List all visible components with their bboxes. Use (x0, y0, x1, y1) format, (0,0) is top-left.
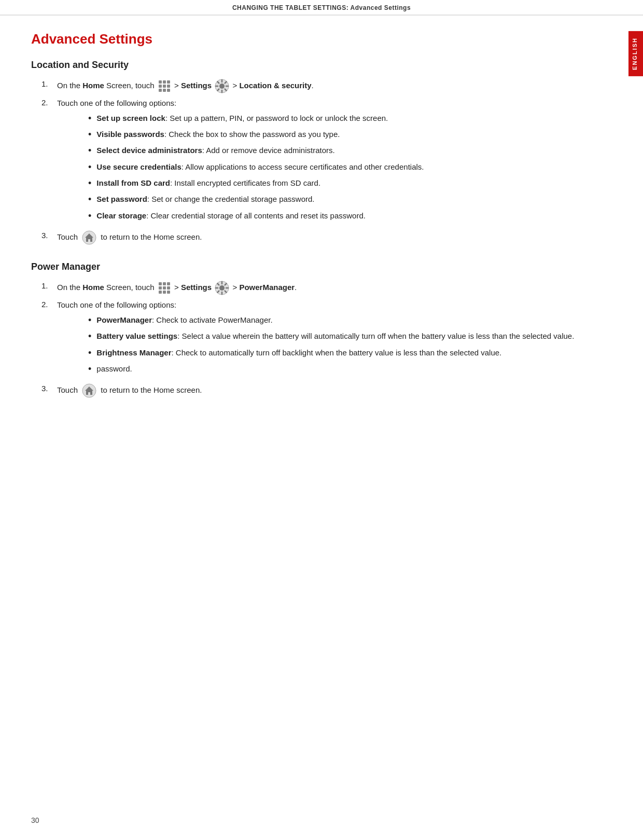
svg-rect-7 (163, 89, 166, 92)
svg-rect-16 (159, 286, 162, 290)
location-steps-list: 1. On the Home Screen, touch (31, 79, 581, 245)
step-num-2: 2. (41, 98, 53, 107)
svg-rect-1 (163, 80, 166, 84)
svg-rect-13 (159, 282, 162, 285)
svg-rect-4 (163, 85, 166, 88)
svg-rect-5 (167, 85, 170, 88)
section-location-security: Location and Security 1. On the Home Scr… (31, 60, 581, 245)
settings-bold-2: Settings (181, 283, 212, 292)
svg-rect-21 (167, 291, 170, 294)
apps-grid-icon (158, 79, 171, 93)
svg-rect-17 (163, 286, 166, 290)
location-bullet-list: • Set up screen lock: Set up a pattern, … (73, 113, 581, 223)
settings-gear-icon-2 (215, 281, 229, 295)
svg-point-10 (219, 84, 225, 89)
location-step-1: 1. On the Home Screen, touch (41, 79, 581, 93)
home-bold: Home (82, 81, 104, 90)
location-security-bold: Location & security (239, 81, 311, 90)
svg-rect-15 (167, 282, 170, 285)
section-heading-power: Power Manager (31, 261, 581, 272)
step1-power-content: On the Home Screen, touch (57, 281, 581, 295)
bullet-clear-storage: • Clear storage: Clear credential storag… (88, 210, 581, 222)
step3-power-content: Touch to return to the Home screen. (57, 383, 581, 398)
step2-location-content: Touch one of the following options: • Se… (57, 98, 581, 226)
bullet-powermanager: • PowerManager: Check to activate PowerM… (88, 314, 581, 326)
svg-rect-19 (159, 291, 162, 294)
power-step-2: 2. Touch one of the following options: •… (41, 299, 581, 379)
power-step-num-3: 3. (41, 383, 53, 393)
step3-location-content: Touch to return to the Home screen. (57, 230, 581, 245)
location-step-3: 3. Touch to return to the Home screen. (41, 230, 581, 245)
bullet-brightness-manager: • Brightness Manager: Check to automatic… (88, 347, 581, 359)
svg-rect-2 (167, 80, 170, 84)
power-steps-list: 1. On the Home Screen, touch (31, 281, 581, 398)
location-step-2: 2. Touch one of the following options: •… (41, 98, 581, 226)
bullet-visible-passwords: • Visible passwords: Check the box to sh… (88, 129, 581, 141)
settings-gear-icon-1 (215, 79, 229, 93)
step2-power-content: Touch one of the following options: • Po… (57, 299, 581, 379)
bullet-set-password: • Set password: Set or change the creden… (88, 194, 581, 205)
power-bullet-list: • PowerManager: Check to activate PowerM… (73, 314, 581, 376)
home-icon-1 (82, 230, 96, 245)
main-content: Advanced Settings Location and Security … (0, 16, 612, 434)
svg-rect-18 (167, 286, 170, 290)
home-bold-2: Home (82, 283, 104, 292)
bullet-device-admins: • Select device administrators: Add or r… (88, 145, 581, 157)
power-manager-bold: PowerManager (239, 283, 295, 292)
bullet-screen-lock: • Set up screen lock: Set up a pattern, … (88, 113, 581, 125)
svg-point-23 (219, 285, 225, 291)
power-step-3: 3. Touch to return to the Home screen. (41, 383, 581, 398)
bullet-install-sd: • Install from SD card: Install encrypte… (88, 177, 581, 189)
svg-rect-20 (163, 291, 166, 294)
step1-location-content: On the Home Screen, touch (57, 79, 581, 93)
step-num-3: 3. (41, 230, 53, 240)
bullet-secure-credentials: • Use secure credentials: Allow applicat… (88, 161, 581, 173)
english-tab: ENGLISH (628, 31, 643, 76)
section-power-manager: Power Manager 1. On the Home Screen, tou… (31, 261, 581, 398)
svg-rect-6 (159, 89, 162, 92)
svg-rect-14 (163, 282, 166, 285)
settings-bold-1: Settings (181, 81, 212, 90)
header-title: CHANGING THE TABLET SETTINGS: Advanced S… (232, 4, 411, 11)
page-title: Advanced Settings (31, 31, 581, 47)
svg-rect-3 (159, 85, 162, 88)
power-step-num-1: 1. (41, 281, 53, 290)
page-number: 30 (31, 816, 39, 824)
power-step-num-2: 2. (41, 299, 53, 309)
home-icon-2 (82, 383, 96, 398)
bullet-password: • password. (88, 363, 581, 375)
section-heading-location: Location and Security (31, 60, 581, 71)
svg-rect-0 (159, 80, 162, 84)
step-num-1: 1. (41, 79, 53, 88)
apps-grid-icon-2 (158, 281, 171, 295)
power-step-1: 1. On the Home Screen, touch (41, 281, 581, 295)
bullet-battery-value: • Battery value settings: Select a value… (88, 331, 581, 342)
page-header: CHANGING THE TABLET SETTINGS: Advanced S… (0, 0, 643, 16)
svg-rect-8 (167, 89, 170, 92)
